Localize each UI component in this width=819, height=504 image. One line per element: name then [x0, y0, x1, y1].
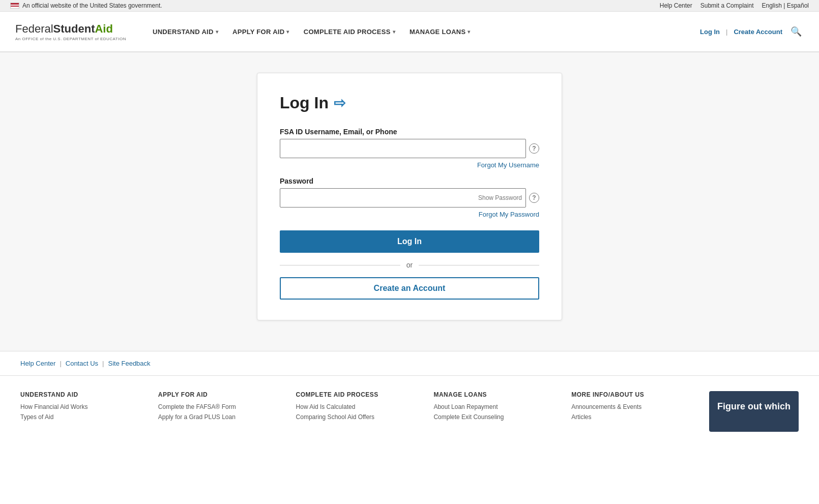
logo-federal: Federal: [15, 22, 53, 35]
login-arrow-icon: ⇨: [334, 95, 345, 111]
password-input-row: Show Password ?: [280, 188, 539, 207]
footer-col-title-apply-for-aid: APPLY FOR AID: [158, 391, 286, 398]
espanol-link[interactable]: Español: [787, 2, 809, 9]
footer-col-title-understand-aid: UNDERSTAND AID: [20, 391, 148, 398]
header-login-link[interactable]: Log In: [700, 28, 720, 36]
logo-student: Student: [53, 22, 95, 35]
chevron-down-icon: ▾: [467, 29, 470, 35]
help-center-banner-link[interactable]: Help Center: [660, 2, 692, 9]
footer-types-of-aid[interactable]: Types of Aid: [20, 413, 148, 421]
footer-col-understand-aid: UNDERSTAND AID How Financial Aid Works T…: [20, 391, 148, 432]
username-group: FSA ID Username, Email, or Phone ? Forgo…: [280, 128, 539, 169]
footer-how-financial-aid-works[interactable]: How Financial Aid Works: [20, 403, 148, 410]
figure-out-box[interactable]: Figure out which: [709, 391, 799, 432]
login-card: Log In ⇨ FSA ID Username, Email, or Phon…: [257, 73, 562, 320]
english-link[interactable]: English: [762, 2, 781, 9]
username-input-row: ?: [280, 139, 539, 158]
nav-complete-aid-process[interactable]: COMPLETE AID PROCESS ▾: [298, 24, 401, 40]
footer-comparing-school-aid[interactable]: Comparing School Aid Offers: [296, 413, 424, 421]
forgot-password-link[interactable]: Forgot My Password: [280, 211, 539, 218]
footer-announcements[interactable]: Announcements & Events: [571, 403, 699, 410]
footer-loan-repayment[interactable]: About Loan Repayment: [433, 403, 561, 410]
search-button[interactable]: 🔍: [788, 24, 804, 39]
footer-col-title-manage-loans: MANAGE LOANS: [433, 391, 561, 398]
footer-exit-counseling[interactable]: Complete Exit Counseling: [433, 413, 561, 421]
nav-understand-aid[interactable]: UNDERSTAND AID ▾: [147, 24, 224, 40]
footer-apply-grad-plus[interactable]: Apply for a Grad PLUS Loan: [158, 413, 286, 421]
logo-aid: Aid: [95, 22, 112, 35]
password-group: Password Show Password ? Forgot My Passw…: [280, 177, 539, 218]
username-help-icon[interactable]: ?: [529, 143, 539, 154]
footer-complete-fafsa[interactable]: Complete the FAFSA® Form: [158, 403, 286, 410]
gov-banner: An official website of the United States…: [0, 0, 819, 12]
header: FederalStudentAid An OFFICE of the U.S. …: [0, 12, 819, 52]
submit-complaint-link[interactable]: Submit a Complaint: [700, 2, 754, 9]
header-create-account-link[interactable]: Create Account: [734, 28, 782, 36]
footer-help-center[interactable]: Help Center: [20, 360, 55, 367]
flag-icon: [10, 3, 19, 9]
footer-col-more-info: MORE INFO/ABOUT US Announcements & Event…: [571, 391, 699, 432]
footer-col-title-complete-aid: COMPLETE AID PROCESS: [296, 391, 424, 398]
gov-banner-right: Help Center Submit a Complaint English |…: [660, 2, 809, 9]
footer-col-apply-for-aid: APPLY FOR AID Complete the FAFSA® Form A…: [158, 391, 286, 432]
logo-wordmark: FederalStudentAid: [15, 22, 126, 36]
footer-articles[interactable]: Articles: [571, 413, 699, 421]
password-input-wrapper: Show Password: [280, 188, 526, 207]
login-title: Log In ⇨: [280, 94, 539, 112]
or-divider: or: [280, 261, 539, 269]
logo-subtitle: An OFFICE of the U.S. DEPARTMENT of EDUC…: [15, 37, 126, 41]
password-help-icon[interactable]: ?: [529, 193, 539, 203]
create-account-button[interactable]: Create an Account: [280, 277, 539, 300]
footer-top: Help Center | Contact Us | Site Feedback: [0, 351, 819, 375]
footer-col-manage-loans: MANAGE LOANS About Loan Repayment Comple…: [433, 391, 561, 432]
login-button[interactable]: Log In: [280, 230, 539, 253]
official-text: An official website of the United States…: [22, 2, 162, 9]
gov-banner-left: An official website of the United States…: [10, 2, 162, 9]
username-label: FSA ID Username, Email, or Phone: [280, 128, 539, 136]
language-options: English | Español: [762, 2, 809, 9]
chevron-down-icon: ▾: [286, 29, 289, 35]
show-password-button[interactable]: Show Password: [478, 194, 522, 201]
password-label: Password: [280, 177, 539, 185]
footer-main: UNDERSTAND AID How Financial Aid Works T…: [0, 375, 819, 442]
forgot-username-link[interactable]: Forgot My Username: [280, 161, 539, 169]
chevron-down-icon: ▾: [216, 29, 218, 35]
footer-site-feedback[interactable]: Site Feedback: [108, 360, 150, 367]
header-actions: Log In | Create Account 🔍: [700, 24, 804, 39]
footer-how-aid-calculated[interactable]: How Aid Is Calculated: [296, 403, 424, 410]
chevron-down-icon: ▾: [393, 29, 395, 35]
header-separator: |: [726, 28, 727, 36]
main-nav: UNDERSTAND AID ▾ APPLY FOR AID ▾ COMPLET…: [147, 24, 700, 40]
logo: FederalStudentAid An OFFICE of the U.S. …: [15, 22, 126, 41]
main-content: Log In ⇨ FSA ID Username, Email, or Phon…: [0, 52, 819, 351]
username-input[interactable]: [280, 139, 526, 158]
footer-col-title-more-info: MORE INFO/ABOUT US: [571, 391, 699, 398]
footer-col-complete-aid-process: COMPLETE AID PROCESS How Aid Is Calculat…: [296, 391, 424, 432]
nav-apply-for-aid[interactable]: APPLY FOR AID ▾: [226, 24, 296, 40]
nav-manage-loans[interactable]: MANAGE LOANS ▾: [403, 24, 477, 40]
footer-contact-us[interactable]: Contact Us: [66, 360, 98, 367]
